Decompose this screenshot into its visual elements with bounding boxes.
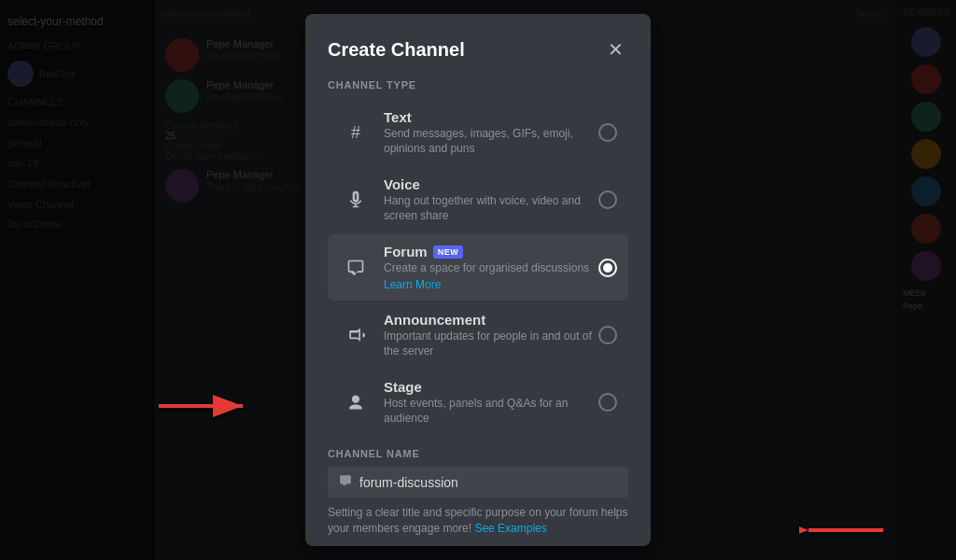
modal-backdrop[interactable]: Create Channel ✕ CHANNEL TYPE # Text Sen… <box>0 0 956 560</box>
channel-name-input[interactable] <box>359 475 617 490</box>
close-button[interactable]: ✕ <box>602 36 628 63</box>
forum-info: Forum NEW Create a space for organised d… <box>384 244 598 291</box>
new-badge: NEW <box>433 245 464 259</box>
helper-text: Setting a clear title and specific purpo… <box>328 505 628 537</box>
learn-more-link[interactable]: Learn More <box>384 278 598 291</box>
text-name: Text <box>384 109 598 125</box>
text-info: Text Send messages, images, GIFs, emoji,… <box>384 109 598 156</box>
channel-type-text[interactable]: # Text Send messages, images, GIFs, emoj… <box>328 100 628 165</box>
arrow-left-indicator <box>149 387 261 428</box>
stage-icon <box>339 385 373 419</box>
stage-name: Stage <box>384 379 598 395</box>
text-icon: # <box>339 116 373 149</box>
stage-desc: Host events, panels and Q&As for an audi… <box>384 397 598 426</box>
channel-name-label: CHANNEL NAME <box>328 448 628 459</box>
modal-title: Create Channel <box>328 39 465 61</box>
voice-radio[interactable] <box>598 190 617 209</box>
stage-radio[interactable] <box>598 393 617 412</box>
text-desc: Send messages, images, GIFs, emoji, opin… <box>384 127 598 156</box>
channel-type-label: CHANNEL TYPE <box>328 79 628 91</box>
voice-info: Voice Hang out together with voice, vide… <box>384 176 598 223</box>
forum-radio[interactable] <box>598 259 617 277</box>
announcement-radio[interactable] <box>598 326 617 344</box>
voice-name: Voice <box>384 176 598 192</box>
channel-name-section: CHANNEL NAME Setting a clear title and s… <box>328 448 628 537</box>
voice-desc: Hang out together with voice, video and … <box>384 194 598 223</box>
forum-input-icon <box>339 474 352 490</box>
voice-icon <box>339 183 373 217</box>
announcement-icon <box>339 318 373 352</box>
stage-info: Stage Host events, panels and Q&As for a… <box>384 379 598 426</box>
channel-type-voice[interactable]: Voice Hang out together with voice, vide… <box>328 167 628 232</box>
forum-icon <box>339 251 373 285</box>
forum-name: Forum NEW <box>384 244 598 259</box>
arrow-right-indicator <box>799 511 893 553</box>
see-examples-link[interactable]: See Examples <box>474 522 546 535</box>
forum-desc: Create a space for organised discussions <box>384 261 598 276</box>
channel-input-wrapper <box>328 467 628 497</box>
modal-header: Create Channel ✕ <box>328 36 628 63</box>
text-radio[interactable] <box>598 123 617 142</box>
create-channel-modal: Create Channel ✕ CHANNEL TYPE # Text Sen… <box>305 14 651 546</box>
channel-type-stage[interactable]: Stage Host events, panels and Q&As for a… <box>328 370 628 435</box>
announcement-desc: Important updates for people in and out … <box>384 329 598 358</box>
channel-type-announcement[interactable]: Announcement Important updates for peopl… <box>328 302 628 368</box>
channel-type-forum[interactable]: Forum NEW Create a space for organised d… <box>328 234 628 301</box>
announcement-name: Announcement <box>384 312 598 328</box>
announcement-info: Announcement Important updates for peopl… <box>384 312 598 358</box>
